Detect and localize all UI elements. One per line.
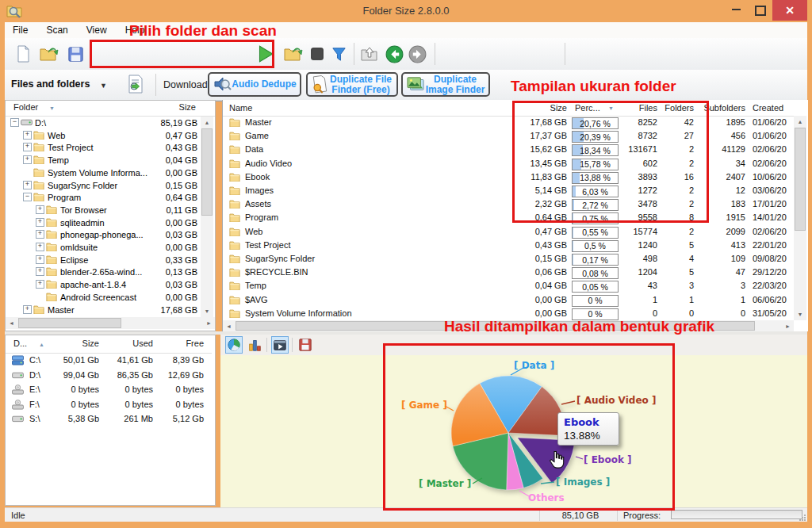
tree-row[interactable]: +SugarSync Folder0,15 GB [6, 179, 199, 192]
list-row[interactable]: Ebook11,83 GB13,88 %389316240710/06/20 [223, 170, 799, 184]
list-row[interactable]: Audio Video13,45 GB15,78 %60223402/06/20 [223, 157, 799, 170]
expand-icon[interactable]: + [23, 143, 32, 151]
list-row[interactable]: Data15,62 GB18,34 %13167124112902/06/20 [223, 143, 799, 156]
tree-row[interactable]: +blender-2.65a-wind...0,13 GB [6, 266, 199, 278]
pie-chart-button[interactable] [225, 336, 243, 354]
list-row[interactable]: $AVG0,00 GB0 %11106/06/20 [223, 293, 799, 307]
scan-play-button[interactable] [255, 44, 275, 64]
tree-vertical-scrollbar[interactable]: ▲ ▼ [201, 117, 213, 317]
expand-icon[interactable]: + [23, 305, 32, 314]
drive-row[interactable]: E:\0 bytes0 bytes0 bytes [6, 382, 212, 397]
tree-row[interactable]: +Temp0,04 GB [6, 154, 199, 166]
expand-icon[interactable]: + [36, 205, 44, 214]
tree-header-folder[interactable]: Folder [13, 102, 38, 112]
tree-row[interactable]: +Tor Browser0,11 GB [6, 204, 199, 216]
tree-row[interactable]: +sqliteadmin0,00 GB [6, 216, 199, 229]
tree-row[interactable]: +Eclipse0,33 GB [6, 254, 199, 266]
maximize-button[interactable] [749, 0, 772, 21]
collapse-icon[interactable]: − [23, 193, 32, 201]
duplicate-file-finder-button[interactable]: Duplicate File Finder (Free) [306, 72, 398, 97]
tree-row[interactable]: System Volume Informa...0,00 GB [6, 166, 199, 179]
menu-help[interactable]: Help [117, 22, 153, 36]
scroll-up-icon[interactable]: ▲ [201, 120, 213, 125]
drives-header[interactable]: D... ▲ Size Used Free [6, 339, 212, 354]
tree-header[interactable]: Folder ▼ Size [6, 102, 215, 117]
menu-scan[interactable]: Scan [38, 22, 75, 36]
drive-row[interactable]: D:\99,04 Gb86,35 Gb12,69 Gb [6, 368, 212, 383]
expand-icon[interactable]: + [36, 218, 44, 227]
resize-grip[interactable] [799, 514, 806, 521]
tree-row[interactable]: +phonegap-phonega...0,03 GB [6, 228, 199, 241]
expand-icon[interactable]: + [36, 280, 44, 289]
list-row[interactable]: Master17,68 GB20,76 %825242189501/06/20 [223, 116, 799, 129]
scroll-right-icon[interactable]: ► [785, 323, 791, 329]
col-created[interactable]: Created [753, 103, 795, 113]
scroll-down-icon[interactable]: ▼ [794, 312, 806, 317]
tree-row[interactable]: +omldsuite0,00 GB [6, 241, 199, 254]
scroll-right-icon[interactable]: ► [206, 320, 212, 326]
tree-header-size[interactable]: Size [179, 102, 196, 112]
tree-row[interactable]: Android Screencast0,00 GB [6, 291, 199, 304]
col-size[interactable]: Size [508, 103, 567, 113]
list-row[interactable]: Game17,37 GB20,39 %87322745601/06/20 [223, 129, 799, 143]
expand-icon[interactable]: + [36, 255, 44, 264]
col-name[interactable]: Name [229, 103, 252, 113]
scroll-left-icon[interactable]: ◄ [9, 320, 14, 326]
scan-folder-icon[interactable] [282, 44, 303, 64]
list-row[interactable]: System Volume Information0,00 GB0 %00031… [223, 307, 799, 320]
tree-row[interactable]: +Test Project0,43 GB [6, 141, 199, 154]
scrollbar-thumb[interactable] [795, 128, 806, 231]
list-row[interactable]: $RECYCLE.BIN0,06 GB0,08 %120454729/12/20 [223, 266, 799, 279]
view-selector-button[interactable]: Files and folders [11, 78, 90, 90]
drive-row[interactable]: F:\0 bytes0 bytes0 bytes [6, 397, 212, 412]
expand-icon[interactable]: + [36, 230, 44, 239]
list-vertical-scrollbar[interactable]: ▲ ▼ [794, 116, 806, 320]
list-row[interactable]: Web0,47 GB0,55 %157742209902/06/20 [223, 225, 799, 239]
scrollbar-thumb[interactable] [236, 321, 755, 331]
list-row[interactable]: Program0,64 GB0,75 %95588191514/01/20 [223, 211, 799, 224]
col-folders[interactable]: Folders [664, 103, 694, 113]
list-row[interactable]: Images5,14 GB6,03 %127221203/06/20 [223, 184, 799, 197]
chart-type-button[interactable] [271, 336, 289, 354]
audio-dedupe-button[interactable]: Audio Dedupe [208, 72, 301, 97]
new-document-icon[interactable] [13, 44, 33, 64]
col-drive-free[interactable]: Free [158, 339, 204, 348]
expand-icon[interactable]: + [23, 181, 32, 189]
folder-up-icon[interactable] [359, 44, 380, 64]
open-folder-icon[interactable] [38, 44, 59, 64]
collapse-icon[interactable]: − [10, 118, 19, 127]
save-chart-button[interactable] [297, 336, 314, 354]
list-row[interactable]: Assets2,32 GB2,72 %3478218317/01/20 [223, 197, 799, 211]
list-row[interactable]: SugarSync Folder0,15 GB0,17 %498410909/0… [223, 252, 799, 266]
scroll-up-icon[interactable]: ▲ [794, 119, 806, 124]
col-perc[interactable]: Perc... [575, 103, 600, 113]
list-row[interactable]: Test Project0,43 GB0,5 %1240541322/01/20 [223, 239, 799, 252]
col-subfolders[interactable]: Subfolders [699, 103, 745, 113]
col-files[interactable]: Files [619, 103, 657, 113]
scroll-left-icon[interactable]: ◄ [226, 323, 232, 329]
stop-button[interactable] [307, 44, 327, 64]
tree-row[interactable]: +Web0,47 GB [6, 129, 199, 142]
close-button[interactable]: ✕ [772, 0, 807, 21]
tree-row[interactable]: −D:\85,19 GB [6, 117, 199, 129]
forward-icon[interactable] [407, 44, 427, 64]
tree-row[interactable]: +Master17,68 GB [6, 304, 199, 316]
tree-row[interactable]: −Program0,64 GB [6, 191, 199, 204]
drive-row[interactable]: C:\50,01 Gb41,61 Gb8,39 Gb [6, 353, 212, 368]
report-icon-button[interactable] [125, 74, 146, 94]
scrollbar-thumb[interactable] [201, 128, 213, 216]
expand-icon[interactable]: + [36, 243, 44, 251]
tree-row[interactable]: +apache-ant-1.8.40,03 GB [6, 278, 199, 291]
list-header[interactable]: Name Size Perc... ▼ Files Folders Subfol… [223, 101, 794, 117]
list-row[interactable]: Temp0,04 GB0,05 %433322/03/20 [223, 279, 799, 293]
menu-file[interactable]: File [5, 22, 36, 36]
menu-view[interactable]: View [79, 22, 115, 36]
scrollbar-thumb[interactable] [18, 318, 121, 328]
duplicate-image-finder-button[interactable]: Duplicate Image Finder [401, 72, 490, 97]
drive-row[interactable]: S:\5,38 Gb261 Mb5,12 Gb [6, 411, 212, 427]
expand-icon[interactable]: + [36, 267, 44, 276]
col-drive-size[interactable]: Size [53, 339, 99, 348]
expand-icon[interactable]: + [23, 131, 32, 140]
col-drive[interactable]: D... [13, 339, 27, 348]
back-icon[interactable] [384, 44, 404, 64]
